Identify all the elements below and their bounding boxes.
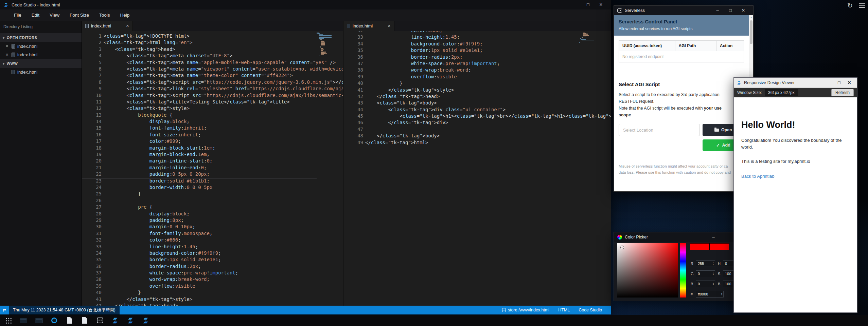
status-app-name: Code Studio bbox=[579, 308, 602, 312]
section-header-open-editors[interactable]: ▾OPEN EDITORS bbox=[0, 33, 82, 42]
code-studio-task-icon-3[interactable] bbox=[142, 317, 150, 325]
stepper-icon[interactable]: ▴▾ bbox=[713, 282, 714, 286]
color-field-g-input[interactable]: 0▴▾ bbox=[696, 270, 715, 277]
close-icon[interactable]: ✕ bbox=[388, 24, 391, 28]
color-field--input[interactable]: ff0000▴▾ bbox=[696, 291, 724, 298]
line-numbers: 323334353637383940414243444546474849 bbox=[343, 31, 363, 146]
serverless-window: Serverless – □ ✕ Serverless Control Pane… bbox=[614, 5, 754, 192]
responsive-design-viewer-window: Responsive Design Viewer – □ ✕ Window Si… bbox=[733, 77, 857, 313]
close-button[interactable]: ✕ bbox=[737, 6, 750, 15]
minimap[interactable] bbox=[579, 33, 598, 43]
viewer-content: Hello World! Congratulation! You discove… bbox=[734, 97, 857, 312]
remote-icon[interactable]: ⇄ bbox=[0, 306, 9, 314]
close-icon[interactable]: ✕ bbox=[5, 44, 12, 49]
select-location-input[interactable] bbox=[619, 124, 700, 136]
maximize-button[interactable]: □ bbox=[582, 0, 595, 9]
serverless-app-icon[interactable] bbox=[96, 317, 104, 325]
panel-subtitle: Allow external services to run AGI scrip… bbox=[619, 26, 744, 31]
hamburger-menu-icon[interactable] bbox=[859, 3, 865, 9]
scrollbar-thumb[interactable] bbox=[750, 20, 752, 44]
tab-bar: index.html ✕ bbox=[343, 21, 611, 31]
window-task-icon-2[interactable] bbox=[35, 317, 43, 325]
hue-slider[interactable] bbox=[680, 243, 686, 298]
menu-view[interactable]: View bbox=[45, 9, 65, 21]
code-editor[interactable]: 1234567891011121314151617181920212223242… bbox=[82, 31, 343, 306]
code-lines: color:#666; line-height:1.45; background… bbox=[365, 31, 611, 146]
color-swatch-previous[interactable] bbox=[710, 243, 729, 250]
viewer-logo-icon bbox=[737, 80, 742, 85]
maximize-button[interactable]: □ bbox=[724, 6, 737, 15]
minimize-button[interactable]: – bbox=[711, 6, 724, 15]
file-icon bbox=[347, 24, 350, 28]
browser-icon[interactable] bbox=[50, 317, 58, 325]
status-file-path[interactable]: store:/www/index.html bbox=[502, 308, 549, 312]
serverless-content: Serverless Control Panel Allow external … bbox=[614, 15, 749, 191]
close-icon[interactable]: ✕ bbox=[5, 53, 12, 57]
page-paragraph-2: This is a testing site for my.aprint.io bbox=[741, 159, 850, 164]
folder-icon bbox=[714, 129, 719, 132]
minimize-button[interactable]: – bbox=[708, 232, 719, 242]
close-button[interactable]: ✕ bbox=[844, 78, 854, 88]
close-icon[interactable]: ✕ bbox=[126, 24, 129, 28]
tab-index-html[interactable]: index.html ✕ bbox=[82, 21, 133, 31]
maximize-button[interactable]: □ bbox=[834, 78, 844, 88]
window-task-icon-1[interactable] bbox=[19, 317, 28, 325]
sidebar-item-index-html[interactable]: ✕index.html bbox=[0, 42, 82, 51]
column-header-action: Action bbox=[716, 41, 744, 51]
stepper-icon[interactable]: ▴▾ bbox=[713, 272, 714, 275]
back-to-aprintlab-link[interactable]: Back to Aprintlab bbox=[741, 174, 775, 179]
menu-help[interactable]: Help bbox=[115, 9, 135, 21]
file-task-icon-1[interactable] bbox=[65, 317, 73, 325]
code-studio-task-icon-1[interactable] bbox=[111, 317, 119, 325]
check-icon: ✓ bbox=[716, 143, 720, 148]
warning-text: Misuse of serverless function might affe… bbox=[619, 163, 744, 175]
field-label-g: G bbox=[691, 272, 696, 276]
color-picker-title: Color Picker bbox=[625, 235, 648, 239]
minimize-button[interactable]: – bbox=[824, 78, 834, 88]
minimize-button[interactable]: – bbox=[569, 0, 582, 9]
close-button[interactable]: ✕ bbox=[595, 0, 607, 9]
status-language[interactable]: HTML bbox=[558, 308, 570, 312]
code-studio-task-icon-2[interactable] bbox=[126, 317, 135, 325]
stepper-icon[interactable]: ▴▾ bbox=[721, 292, 722, 296]
refresh-button[interactable]: Refresh bbox=[831, 89, 854, 96]
sidebar-item-index-html[interactable]: index.html bbox=[0, 68, 82, 76]
minimap[interactable] bbox=[317, 33, 336, 57]
window-size-value[interactable]: 361px x 627px bbox=[765, 89, 798, 96]
color-field-b-input[interactable]: 0▴▾ bbox=[696, 281, 715, 287]
column-header-uuid-access-token: UUID (access token) bbox=[619, 41, 675, 51]
scroll-up-icon[interactable]: ▲ bbox=[749, 15, 753, 20]
color-swatch-current[interactable] bbox=[690, 243, 710, 250]
app-launcher-icon[interactable] bbox=[4, 317, 12, 325]
color-field-r-input[interactable]: 255▴▾ bbox=[696, 260, 715, 267]
field-label-: # bbox=[691, 292, 696, 296]
section-header-www[interactable]: ▾WWW bbox=[0, 59, 82, 68]
taskbar bbox=[0, 315, 868, 326]
window-title: Code Studio - index.html bbox=[12, 2, 60, 7]
menu-edit[interactable]: Edit bbox=[26, 9, 45, 21]
page-heading: Hello World! bbox=[741, 120, 850, 130]
viewer-toolbar: Window Size: 361px x 627px Refresh bbox=[734, 88, 857, 97]
menu-file[interactable]: File bbox=[9, 9, 26, 21]
tab-index-html[interactable]: index.html ✕ bbox=[343, 21, 394, 31]
sidebar-item-index-html[interactable]: ✕index.html bbox=[0, 51, 82, 59]
code-studio-window: Code Studio - index.html – □ ✕ FileEditV… bbox=[0, 0, 611, 314]
serverless-table-header-row: UUID (access token)AGI PathAction bbox=[619, 41, 744, 51]
menu-tools[interactable]: Tools bbox=[94, 9, 115, 21]
code-editor[interactable]: 323334353637383940414243444546474849 col… bbox=[343, 31, 611, 306]
menu-font-size[interactable]: Font Size bbox=[65, 9, 94, 21]
field-label-r: R bbox=[691, 262, 696, 266]
file-task-icon-2[interactable] bbox=[81, 317, 89, 325]
stepper-icon[interactable]: ▴▾ bbox=[713, 262, 714, 265]
serverless-title: Serverless bbox=[625, 8, 645, 13]
column-header-agi-path: AGI Path bbox=[675, 41, 716, 51]
reload-icon[interactable]: ↻ bbox=[847, 2, 853, 9]
file-icon bbox=[12, 70, 15, 74]
select-agi-script-title: Select AGI Script bbox=[619, 81, 744, 87]
color-cursor[interactable] bbox=[621, 246, 624, 249]
agi-description: Select a script to be executed by 3rd pa… bbox=[619, 91, 744, 118]
field-label-b: B bbox=[718, 282, 723, 286]
saturation-gradient[interactable] bbox=[617, 243, 678, 298]
file-icon bbox=[12, 44, 15, 49]
tab-bar: index.html ✕ bbox=[82, 21, 343, 31]
